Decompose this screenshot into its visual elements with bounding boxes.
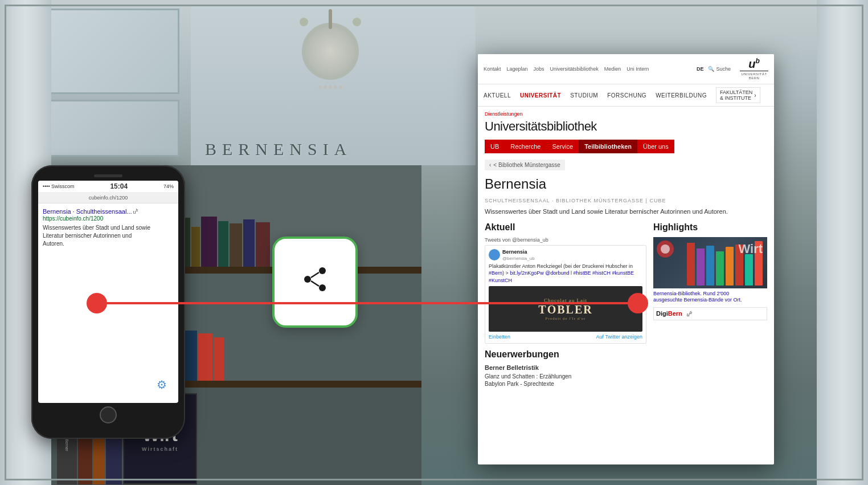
tab-service[interactable]: Service: [546, 140, 579, 153]
connector: [97, 302, 638, 304]
institution-name: UNIVERSITÄTBERN: [741, 72, 767, 80]
main-two-col: Aktuell Tweets von @bernensia_ub Bernens…: [485, 222, 767, 389]
svg-point-0: [319, 267, 326, 274]
wirt-overlay: Wirt: [738, 242, 763, 256]
search-icon: 🔍: [708, 66, 714, 72]
digibern-badge: ub: [687, 310, 692, 317]
spine-3: [706, 246, 714, 286]
phone-status-bar: •••• Swisscom 15:04 74%: [38, 181, 178, 193]
browser-topnav: Kontakt Lageplan Jobs Universitätsbiblio…: [478, 54, 774, 84]
connector-dot-right: [628, 293, 648, 313]
book-red-4: [198, 333, 212, 382]
nav-universitaet[interactable]: UNIVERSITÄT: [520, 92, 561, 99]
svg-point-1: [304, 276, 311, 283]
topnav-language[interactable]: DE: [697, 66, 704, 72]
connector-line: [97, 302, 638, 304]
tweet-handle: @bernensia_ub: [502, 256, 535, 261]
logo-text: ub: [748, 58, 760, 70]
phone-battery: 74%: [163, 184, 174, 189]
fakultaten-label: FAKULTÄTEN& INSTITUTE: [720, 89, 752, 101]
spine-1: [687, 243, 695, 286]
tab-ueber-uns[interactable]: Über uns: [637, 140, 674, 153]
nav-studium[interactable]: STUDIUM: [570, 92, 598, 99]
tweet-image: Chocolat au Lait TÖBLER Produit de l'Ir …: [489, 286, 642, 332]
svg-point-2: [319, 284, 326, 291]
phone-description: Wissenswertes über Stadt und Land sowieL…: [43, 224, 174, 248]
browser-mainnav: AKTUELL UNIVERSITÄT STUDIUM FORSCHUNG WE…: [478, 84, 774, 107]
location-label: SCHULTHEISSENSAAL · BIBLIOTHEK MÜNSTERGA…: [485, 198, 767, 203]
spine-2: [697, 248, 705, 286]
column-right: [817, 0, 868, 485]
share-icon: [301, 265, 329, 299]
logo-divider: [740, 71, 768, 71]
tweet-twitter-link[interactable]: Auf Twitter anzeigen: [596, 334, 642, 340]
topnav-medien[interactable]: Medien: [604, 66, 621, 72]
digibern-section[interactable]: DigiBern ub: [653, 307, 767, 320]
nav-forschung[interactable]: FORSCHUNG: [607, 92, 646, 99]
share-widget[interactable]: [272, 237, 358, 328]
svg-line-4: [311, 281, 319, 286]
highlights-heading: Highlights: [653, 222, 767, 233]
phone-url-text: https://cubeinfo.ch/1200: [43, 215, 174, 222]
svg-line-3: [311, 272, 319, 278]
phone-home-button[interactable]: [100, 406, 117, 423]
phone-carrier: •••• Swisscom: [43, 184, 75, 189]
tweet-header: Bernensia @bernensia_ub: [489, 249, 642, 261]
aktuell-column: Aktuell Tweets von @bernensia_ub Bernens…: [485, 222, 646, 389]
spine-4: [716, 251, 724, 286]
book-entry-0[interactable]: Glanz und Schatten : Erzählungen: [485, 373, 646, 380]
topnav-lageplan[interactable]: Lageplan: [507, 66, 528, 72]
digibern-label: DigiBern: [656, 310, 682, 317]
book-12: [230, 223, 242, 268]
book-9: [191, 227, 200, 268]
chevron-right-icon: ›: [754, 92, 756, 99]
neuerwerbungen-section: Neuerwerbungen Berner Belletristik Glanz…: [485, 349, 646, 387]
connector-dot-left: [87, 293, 107, 313]
tweet-card: Bernensia @bernensia_ub Plakatkünstler A…: [485, 245, 646, 344]
back-link-text: < Bibliothek Münstergasse: [493, 162, 560, 168]
aktuell-heading: Aktuell: [485, 222, 646, 233]
highlights-icon: [657, 241, 674, 258]
highlights-column: Highlights: [653, 222, 767, 389]
gear-icon[interactable]: ⚙: [157, 378, 167, 392]
berner-belletristik-label: Berner Belletristik: [485, 364, 646, 371]
book-red-5: [214, 337, 224, 382]
topnav-kontakt[interactable]: Kontakt: [484, 66, 501, 72]
nav-fakultaten[interactable]: FAKULTÄTEN& INSTITUTE ›: [716, 87, 760, 103]
phone-screen: •••• Swisscom 15:04 74% cubeinfo.ch/1200…: [38, 181, 178, 403]
tweet-embed-link[interactable]: Einbetten: [489, 334, 510, 340]
tab-ub[interactable]: UB: [485, 140, 505, 153]
neuerwerbungen-heading: Neuerwerbungen: [485, 349, 646, 360]
tweet-image-content: Chocolat au Lait TÖBLER Produit de l'Ir …: [538, 297, 592, 321]
tab-navigation: UB Recherche Service Teilbibliotheken Üb…: [485, 140, 767, 153]
back-link[interactable]: ‹ < Bibliothek Münstergasse: [485, 160, 565, 170]
breadcrumb-label: Dienstleistungen: [485, 111, 767, 117]
book-navy: [185, 331, 197, 382]
description-text: Wissenswertes über Stadt und Land sowie …: [485, 207, 767, 217]
topnav-search[interactable]: 🔍 Suche: [708, 66, 731, 72]
spine-7: [745, 254, 753, 286]
nav-aktuell[interactable]: AKTUELL: [484, 92, 511, 99]
tweet-author-info: Bernensia @bernensia_ub: [502, 249, 535, 261]
topnav-jobs[interactable]: Jobs: [534, 66, 544, 72]
topnav-uni-intern[interactable]: Uni Intern: [627, 66, 649, 72]
phone-speaker: [94, 174, 122, 177]
topnav-uni-bib[interactable]: Universitätsbibliothek: [550, 66, 599, 72]
ornament: [290, 11, 370, 125]
phone-search-title[interactable]: Bernensia · Schultheissensaal... ub: [43, 208, 174, 215]
book-14: [256, 222, 270, 268]
wall-panel-left-bottom: [48, 100, 179, 157]
tweet-source: Tweets von @bernensia_ub: [485, 237, 646, 243]
nav-weiterbildung[interactable]: WEITERBILDUNG: [656, 92, 707, 99]
tab-teilbibliotheken[interactable]: Teilbibliotheken: [579, 140, 637, 153]
university-logo: ub UNIVERSITÄTBERN: [740, 58, 768, 80]
tweet-text: Plakatkünstler Anton Reckziegel (bei der…: [489, 263, 642, 284]
chevron-left-icon: ‹: [489, 162, 491, 168]
topnav-links: Kontakt Lageplan Jobs Universitätsbiblio…: [484, 66, 649, 72]
search-label: Suche: [716, 66, 731, 72]
tweet-avatar: [489, 249, 500, 260]
book-entry-1[interactable]: Babylon Park - Sprechtexte: [485, 381, 646, 387]
highlights-caption[interactable]: Bernensia-Bibliothek. Rund 2'000ausgesuc…: [653, 291, 767, 304]
tab-recherche[interactable]: Recherche: [505, 140, 546, 153]
phone-url-bar[interactable]: cubeinfo.ch/1200: [38, 193, 178, 203]
